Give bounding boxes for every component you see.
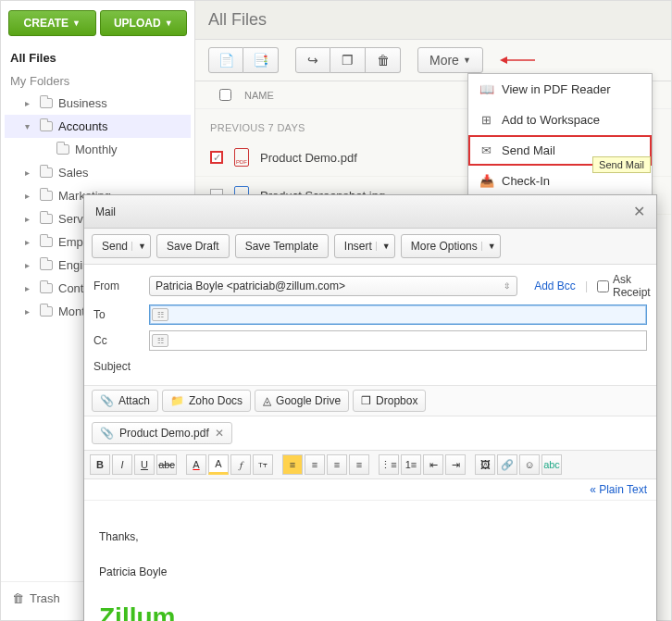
from-label: From <box>93 279 143 292</box>
folder-icon <box>40 214 53 224</box>
align-justify-button[interactable]: ≡ <box>349 454 369 475</box>
svg-marker-1 <box>500 56 507 64</box>
contact-icon: ☷ <box>152 308 168 321</box>
spellcheck-button[interactable]: abc <box>541 454 562 475</box>
trash-icon: 🗑 <box>12 591 24 605</box>
body-thanks: Thanks, <box>99 528 641 546</box>
sidebar-my-folders: My Folders <box>1 70 194 92</box>
name-column: NAME <box>244 90 274 101</box>
insert-link-button[interactable]: 🔗 <box>497 454 517 475</box>
plain-text-toggle[interactable]: « Plain Text <box>590 483 647 496</box>
upload-button[interactable]: UPLOAD▼ <box>100 10 188 36</box>
attachment-chip: 📎 Product Demo.pdf ✕ <box>92 422 232 444</box>
to-label: To <box>93 308 143 321</box>
rte-toolbar: B I U abc A A 𝑓 Tᴛ ≡ ≡ ≡ ≡ ⋮≡ 1≡ ⇤ ⇥ 🖼 🔗… <box>84 450 656 479</box>
select-all-checkbox[interactable] <box>219 89 231 101</box>
from-select[interactable]: Patricia Boyle <patriciab@zillum.com>⇳ <box>149 276 517 296</box>
docs-icon: 📁 <box>170 394 184 407</box>
align-center-button[interactable]: ≡ <box>305 454 325 475</box>
pdf-icon <box>234 148 249 167</box>
mail-dialog: Mail ✕ Send▼ Save Draft Save Template In… <box>83 194 657 621</box>
close-button[interactable]: ✕ <box>633 203 645 220</box>
font-family-button[interactable]: 𝑓 <box>230 454 251 475</box>
folder-icon <box>40 98 53 108</box>
folder-business[interactable]: ▸Business <box>5 92 191 115</box>
ask-receipt-checkbox[interactable] <box>597 280 609 292</box>
toolbar-new-sheet[interactable]: 📑 <box>243 47 279 73</box>
add-bcc-link[interactable]: Add Bcc <box>534 279 576 292</box>
folder-icon <box>40 121 53 131</box>
list-bullet-button[interactable]: ⋮≡ <box>379 454 399 475</box>
page-title: All Files <box>195 1 671 40</box>
font-size-button[interactable]: Tᴛ <box>253 454 273 475</box>
toolbar-copy[interactable]: ❐ <box>330 47 366 73</box>
save-draft-button[interactable]: Save Draft <box>156 234 230 258</box>
folder-monthly[interactable]: Monthly <box>5 138 191 161</box>
paperclip-icon: 📎 <box>100 394 114 407</box>
subject-label: Subject <box>93 360 143 373</box>
to-input[interactable]: ☷ <box>149 304 647 325</box>
workspace-icon: ⊞ <box>479 113 492 127</box>
paperclip-icon: 📎 <box>100 427 114 440</box>
emoji-button[interactable]: ☺ <box>519 454 540 475</box>
google-drive-button[interactable]: ◬Google Drive <box>255 390 349 412</box>
ask-receipt-label[interactable]: Ask Receipt <box>597 273 647 299</box>
bg-color-button[interactable]: A <box>208 454 229 475</box>
more-options-button[interactable]: More Options▼ <box>401 234 501 258</box>
folder-icon <box>40 237 53 247</box>
mail-icon: ✉ <box>479 143 492 157</box>
tooltip: Send Mail <box>592 156 651 173</box>
zoho-docs-button[interactable]: 📁Zoho Docs <box>162 390 251 412</box>
outdent-button[interactable]: ⇤ <box>423 454 443 475</box>
folder-icon <box>40 283 53 293</box>
dropbox-button[interactable]: ❒Dropbox <box>353 390 426 412</box>
align-right-button[interactable]: ≡ <box>327 454 347 475</box>
contact-icon: ☷ <box>152 334 168 347</box>
insert-button[interactable]: Insert▼ <box>334 234 395 258</box>
subject-input[interactable] <box>149 356 647 377</box>
folder-icon <box>40 168 53 178</box>
list-number-button[interactable]: 1≡ <box>401 454 421 475</box>
body-name: Patricia Boyle <box>99 564 641 581</box>
menu-view-pdf[interactable]: 📖View in PDF Reader <box>468 74 652 105</box>
folder-accounts[interactable]: ▾Accounts <box>5 115 191 138</box>
folder-sales[interactable]: ▸Sales <box>5 161 191 184</box>
strike-button[interactable]: abc <box>156 454 177 475</box>
drive-icon: ◬ <box>263 394 271 407</box>
dialog-title: Mail <box>95 205 116 218</box>
menu-add-workspace[interactable]: ⊞Add to Workspace <box>468 105 652 135</box>
cc-label: Cc <box>93 334 143 347</box>
file-name: Product Demo.pdf <box>260 151 357 165</box>
italic-button[interactable]: I <box>112 454 132 475</box>
mail-body[interactable]: Thanks, Patricia Boyle Zillum <box>84 501 656 621</box>
attach-button[interactable]: 📎Attach <box>92 390 158 412</box>
insert-image-button[interactable]: 🖼 <box>475 454 495 475</box>
create-button[interactable]: CREATE▼ <box>8 10 96 36</box>
align-left-button[interactable]: ≡ <box>282 454 303 475</box>
folder-icon <box>40 306 53 317</box>
folder-icon <box>40 191 53 201</box>
toolbar-new-doc[interactable]: 📄 <box>208 47 243 73</box>
sidebar-all-files[interactable]: All Files <box>1 40 194 70</box>
bold-button[interactable]: B <box>90 454 110 475</box>
dropbox-icon: ❒ <box>361 394 371 407</box>
underline-button[interactable]: U <box>134 454 155 475</box>
more-dropdown: 📖View in PDF Reader ⊞Add to Workspace ✉S… <box>467 73 653 197</box>
folder-icon <box>40 260 53 270</box>
send-button[interactable]: Send▼ <box>92 234 151 258</box>
toolbar-more[interactable]: More▼ <box>417 47 483 73</box>
save-template-button[interactable]: Save Template <box>235 234 329 258</box>
checkin-icon: 📥 <box>479 174 492 188</box>
row-checkbox[interactable]: ✓ <box>210 151 223 164</box>
indent-button[interactable]: ⇥ <box>445 454 466 475</box>
cc-input[interactable]: ☷ <box>149 330 647 351</box>
folder-icon <box>56 144 69 155</box>
remove-attachment[interactable]: ✕ <box>215 427 224 440</box>
body-brand: Zillum <box>99 597 641 621</box>
toolbar-delete[interactable]: 🗑 <box>366 47 401 73</box>
pdf-reader-icon: 📖 <box>479 82 492 96</box>
toolbar-share[interactable]: ↪ <box>295 47 330 73</box>
font-color-button[interactable]: A <box>186 454 206 475</box>
